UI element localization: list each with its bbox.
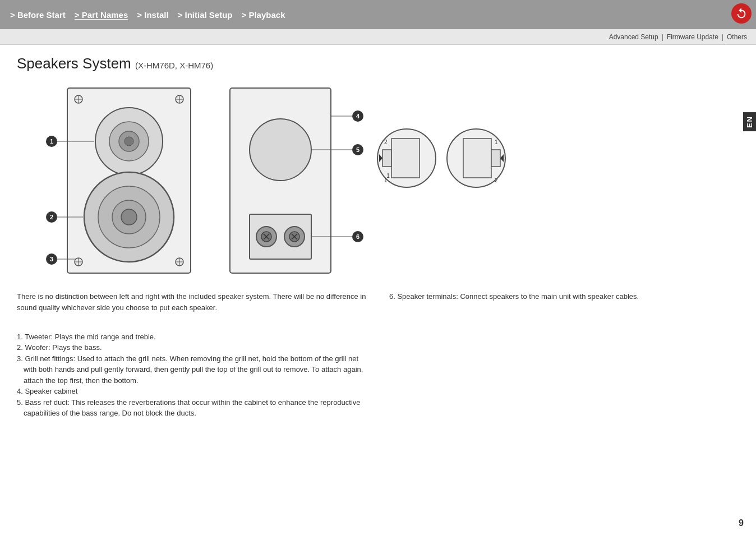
svg-point-20 (121, 209, 137, 225)
breadcrumb-sep1: | (662, 33, 663, 41)
desc-item-2: 2. Woofer: Plays the bass. (17, 342, 367, 353)
svg-text:4: 4 (356, 113, 360, 119)
speaker-front-diagram: 1 2 3 (45, 82, 213, 279)
language-badge: EN (743, 112, 756, 131)
svg-rect-52 (382, 150, 391, 167)
terminal-detail-right: 1 2 (445, 127, 507, 189)
svg-rect-58 (463, 139, 491, 178)
svg-text:6: 6 (356, 233, 359, 240)
breadcrumb-advanced-setup: Advanced Setup (609, 33, 658, 41)
svg-text:5: 5 (356, 146, 359, 153)
desc-item-6: 6. Speaker terminals: Connect speakers t… (389, 291, 739, 302)
desc-item-3: 3. Grill net fittings: Used to attach th… (17, 353, 367, 386)
nav-playback[interactable]: > Playback (237, 10, 290, 20)
svg-text:2: 2 (495, 177, 498, 183)
main-content: Speakers System (X-HM76D, X-HM76) (0, 45, 756, 425)
desc-item-1: 1. Tweeter: Plays the mid range and treb… (17, 331, 367, 343)
description-right: 6. Speaker terminals: Connect speakers t… (389, 291, 739, 419)
desc-item-5: 5. Bass ref duct: This releases the reve… (17, 397, 367, 419)
svg-point-31 (250, 119, 311, 181)
breadcrumb-others: Others (727, 33, 747, 41)
breadcrumb-sep2: | (722, 33, 723, 41)
svg-text:1: 1 (495, 139, 498, 145)
page-title: Speakers System (X-HM76D, X-HM76) (17, 55, 739, 72)
svg-rect-59 (491, 150, 500, 167)
terminal-detail-left: 1 2 1 (376, 127, 437, 189)
model-number: (X-HM76D, X-HM76) (135, 61, 213, 70)
description-section: There is no distinction between left and… (17, 291, 739, 419)
svg-text:3: 3 (50, 256, 53, 262)
speaker-back-diagram: 4 5 6 (219, 82, 365, 279)
back-button[interactable] (731, 3, 752, 24)
top-navigation: > Before Start > Part Names > Install > … (0, 0, 756, 29)
diagrams-section: 1 2 3 (17, 82, 739, 279)
page-number: 9 (739, 518, 744, 528)
breadcrumb-firmware-update: Firmware Update (667, 33, 718, 41)
nav-install[interactable]: > Install (132, 10, 173, 20)
nav-initial-setup[interactable]: > Initial Setup (173, 10, 237, 20)
svg-text:2: 2 (50, 214, 53, 220)
svg-point-16 (125, 137, 133, 146)
terminal-detail-diagrams: 1 2 1 1 2 (376, 127, 507, 195)
svg-text:1: 1 (50, 138, 53, 145)
intro-text: There is no distinction between left and… (17, 291, 367, 313)
nav-before-start[interactable]: > Before Start (6, 10, 70, 20)
svg-text:1: 1 (384, 177, 388, 183)
svg-rect-51 (391, 139, 420, 178)
svg-text:2: 2 (384, 139, 388, 145)
desc-item-4: 4. Speaker cabinet (17, 386, 367, 397)
description-left: There is no distinction between left and… (17, 291, 367, 419)
breadcrumb: Advanced Setup | Firmware Update | Other… (0, 29, 756, 45)
nav-part-names[interactable]: > Part Names (70, 10, 132, 20)
page-title-area: Speakers System (X-HM76D, X-HM76) (17, 55, 739, 72)
